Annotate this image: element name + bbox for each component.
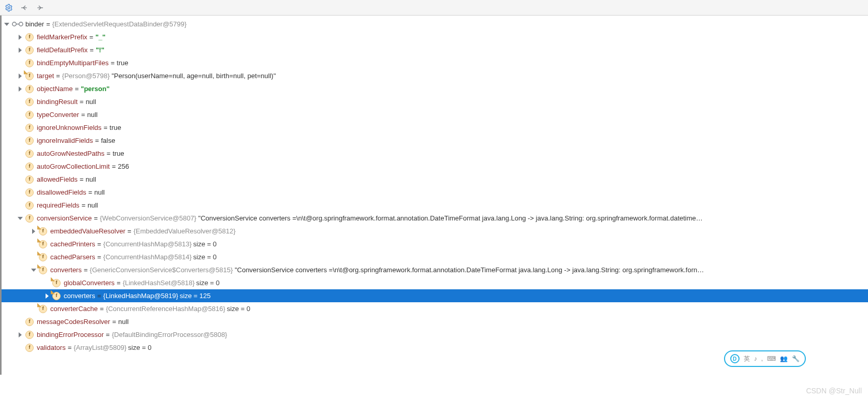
ime-item-keyboard-icon[interactable]: ⌨: [767, 355, 776, 362]
field-icon: f: [25, 137, 34, 145]
field-icon: f: [25, 318, 34, 326]
svg-point-2: [19, 22, 23, 26]
field-icon: f: [39, 227, 47, 235]
field-icon: f: [25, 124, 34, 132]
svg-point-1: [12, 22, 16, 26]
variable-name: binder: [25, 18, 44, 31]
ime-lang[interactable]: 英: [744, 355, 750, 363]
tree-node-allowedFields[interactable]: f allowedFields = null: [2, 173, 868, 186]
field-icon: f: [39, 253, 47, 261]
forward-arrow-icon[interactable]: [34, 2, 46, 13]
tree-node-converters-map[interactable]: f converters = {LinkedHashMap@5819} size…: [2, 289, 868, 302]
field-icon: f: [39, 240, 47, 248]
field-icon: f: [25, 59, 34, 67]
tree-node-cachedPrinters[interactable]: f cachedPrinters = {ConcurrentHashMap@58…: [2, 238, 868, 250]
tree-node-embeddedValueResolver[interactable]: f embeddedValueResolver = {EmbeddedValue…: [2, 225, 868, 238]
tree-node-fieldMarkerPrefix[interactable]: f fieldMarkerPrefix = "_": [2, 31, 868, 43]
settings-icon[interactable]: [3, 2, 15, 13]
expand-arrow-icon[interactable]: [15, 48, 25, 53]
field-icon: f: [25, 163, 34, 171]
field-icon: f: [39, 305, 47, 313]
tree-node-autoGrowNestedPaths[interactable]: f autoGrowNestedPaths = true: [2, 147, 868, 160]
tree-node-target[interactable]: f target = {Person@5798} "Person(userNam…: [2, 69, 868, 82]
ime-item-wrench-icon[interactable]: 🔧: [792, 355, 800, 362]
tree-node-requiredFields[interactable]: f requiredFields = null: [2, 199, 868, 212]
svg-point-0: [8, 7, 10, 9]
field-icon: f: [25, 344, 34, 352]
tree-node-messageCodesResolver[interactable]: f messageCodesResolver = null: [2, 315, 868, 328]
tree-node-globalConverters[interactable]: f globalConverters = {LinkedHashSet@5818…: [2, 276, 868, 289]
ime-item-people-icon[interactable]: 👥: [780, 355, 788, 362]
expand-arrow-icon[interactable]: [28, 269, 39, 272]
tree-node-fieldDefaultPrefix[interactable]: f fieldDefaultPrefix = "!": [2, 43, 868, 56]
field-icon: f: [52, 292, 61, 300]
field-icon: f: [25, 188, 34, 197]
tree-node-objectName[interactable]: f objectName = "person": [2, 82, 868, 95]
field-icon: f: [25, 46, 34, 54]
tree-node-typeConverter[interactable]: f typeConverter = null: [2, 108, 868, 121]
ime-toolbar[interactable]: D 英 ♪ , ⌨ 👥 🔧: [724, 350, 806, 367]
tree-node-bindingResult[interactable]: f bindingResult = null: [2, 95, 868, 108]
ime-logo-icon: D: [730, 354, 740, 363]
ime-item-moon-icon[interactable]: ♪: [754, 355, 757, 362]
tree-node-converterCache[interactable]: f converterCache = {ConcurrentReferenceH…: [2, 302, 868, 315]
tree-node-autoGrowCollectionLimit[interactable]: f autoGrowCollectionLimit = 256: [2, 160, 868, 173]
tree-node-disallowedFields[interactable]: f disallowedFields = null: [2, 186, 868, 199]
field-icon: f: [25, 175, 34, 184]
field-icon: f: [52, 279, 61, 287]
field-icon: f: [25, 33, 34, 41]
field-icon: f: [25, 85, 34, 93]
field-icon: f: [25, 111, 34, 119]
expand-arrow-icon[interactable]: [15, 332, 25, 337]
tree-node-ignoreUnknownFields[interactable]: f ignoreUnknownFields = true: [2, 121, 868, 134]
variable-type: {ExtendedServletRequestDataBinder@5799}: [52, 18, 187, 31]
field-icon: f: [25, 150, 34, 158]
field-icon: f: [39, 266, 47, 274]
tree-node-cachedParsers[interactable]: f cachedParsers = {ConcurrentHashMap@581…: [2, 250, 868, 263]
expand-arrow-icon[interactable]: [2, 23, 12, 26]
tree-node-bindingErrorProcessor[interactable]: f bindingErrorProcessor = {DefaultBindin…: [2, 328, 868, 341]
tree-node-ignoreInvalidFields[interactable]: f ignoreInvalidFields = false: [2, 134, 868, 147]
tree-node-conversionService[interactable]: f conversionService = {WebConversionServ…: [2, 212, 868, 225]
tree-node-binder[interactable]: binder = {ExtendedServletRequestDataBind…: [2, 18, 868, 31]
back-arrow-icon[interactable]: [19, 2, 30, 13]
debug-toolbar: [0, 0, 868, 16]
tree-node-bindEmptyMultipartFiles[interactable]: f bindEmptyMultipartFiles = true: [2, 56, 868, 69]
variables-tree: binder = {ExtendedServletRequestDataBind…: [0, 16, 868, 375]
field-icon: f: [25, 98, 34, 106]
expand-arrow-icon[interactable]: [15, 217, 25, 220]
expand-arrow-icon[interactable]: [15, 35, 25, 40]
field-icon: f: [25, 331, 34, 339]
field-icon: f: [25, 214, 34, 223]
ime-item-punct[interactable]: ,: [761, 355, 763, 362]
field-icon: f: [25, 201, 34, 210]
glasses-icon: [12, 20, 23, 28]
tree-node-converters-outer[interactable]: f converters = {GenericConversionService…: [2, 263, 868, 276]
expand-arrow-icon[interactable]: [15, 86, 25, 92]
field-icon: f: [25, 72, 34, 80]
